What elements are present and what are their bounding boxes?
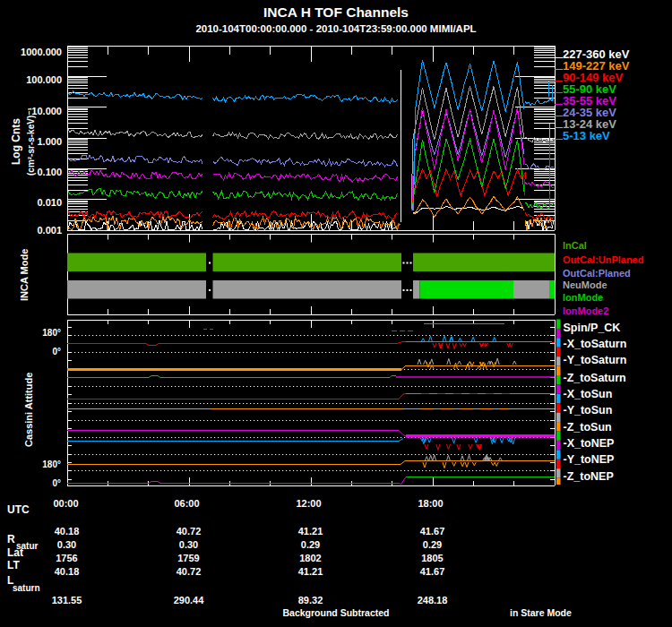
svg-text:in Stare Mode: in Stare Mode [510, 607, 572, 618]
svg-text:(cm²-sr-s-keV)⁻¹: (cm²-sr-s-keV)⁻¹ [26, 107, 36, 176]
svg-text:1802: 1802 [299, 553, 321, 563]
svg-text:IonMode: IonMode [563, 292, 603, 303]
svg-text:0.30: 0.30 [57, 539, 76, 550]
svg-text:OutCal:Planed: OutCal:Planed [563, 268, 631, 279]
svg-text:40.72: 40.72 [177, 526, 202, 537]
svg-text:41.21: 41.21 [298, 526, 323, 537]
svg-text:131.55: 131.55 [52, 595, 82, 606]
svg-text:40.72: 40.72 [177, 566, 202, 577]
svg-text:41.67: 41.67 [420, 566, 445, 577]
svg-text:-Z_toNEP: -Z_toNEP [564, 470, 614, 483]
svg-text:0.010: 0.010 [37, 197, 62, 208]
svg-text:100.000: 100.000 [26, 74, 62, 85]
svg-text:0.001: 0.001 [37, 225, 62, 236]
svg-text:1000.000: 1000.000 [21, 47, 62, 57]
svg-text:18:00: 18:00 [418, 498, 443, 509]
svg-text:-Y_toNEP: -Y_toNEP [564, 453, 615, 466]
svg-text:10.000: 10.000 [31, 106, 62, 116]
svg-text:40.18: 40.18 [55, 526, 80, 537]
svg-text:41.21: 41.21 [298, 566, 323, 577]
svg-text:Background Subtracted: Background Subtracted [282, 607, 389, 618]
svg-text:-Y_toSaturn: -Y_toSaturn [564, 354, 627, 366]
svg-text:IonMode2: IonMode2 [563, 305, 608, 316]
svg-text:0.100: 0.100 [37, 167, 62, 177]
svg-text:89.32: 89.32 [298, 595, 323, 606]
svg-text:00:00: 00:00 [53, 498, 78, 509]
svg-text:06:00: 06:00 [174, 498, 199, 509]
svg-text:INCA H TOF Channels: INCA H TOF Channels [263, 4, 409, 20]
svg-text:OutCal:UnPlaned: OutCal:UnPlaned [563, 254, 643, 265]
svg-text:saturn: saturn [13, 583, 40, 593]
svg-text:Lat: Lat [7, 546, 23, 559]
svg-text:LT: LT [7, 559, 20, 571]
svg-text:-X_toNEP: -X_toNEP [564, 437, 615, 450]
svg-text:0.29: 0.29 [301, 539, 320, 550]
svg-text:0°: 0° [52, 478, 61, 488]
svg-text:-X_toSaturn: -X_toSaturn [564, 338, 627, 350]
svg-text:2010-104T00:00:00.000 - 2010-1: 2010-104T00:00:00.000 - 2010-104T23:59:0… [195, 23, 476, 34]
svg-text:-Z_toSaturn: -Z_toSaturn [564, 372, 626, 384]
svg-text:INCA Mode: INCA Mode [19, 249, 30, 301]
svg-text:Spin/P_CK: Spin/P_CK [564, 322, 621, 334]
svg-text:0°: 0° [52, 347, 61, 356]
svg-text:R: R [7, 533, 15, 545]
svg-text:180°: 180° [42, 460, 61, 469]
svg-text:1.000: 1.000 [37, 136, 62, 147]
svg-text:Log Cnts: Log Cnts [10, 118, 22, 165]
svg-text:248.18: 248.18 [418, 595, 448, 606]
svg-text:0.29: 0.29 [423, 539, 442, 550]
svg-text:Cassini Attitude: Cassini Attitude [23, 373, 34, 447]
svg-text:40.18: 40.18 [55, 566, 80, 577]
svg-text:UTC: UTC [7, 503, 30, 516]
svg-text:-X_toSun: -X_toSun [564, 388, 613, 400]
svg-text:NeuMode: NeuMode [563, 279, 607, 290]
svg-text:1756: 1756 [56, 553, 77, 563]
svg-text:290.44: 290.44 [174, 595, 205, 606]
svg-text:InCal: InCal [563, 240, 587, 251]
svg-text:12:00: 12:00 [296, 498, 321, 509]
svg-text:-Z_toSun: -Z_toSun [564, 421, 612, 434]
svg-text:0.30: 0.30 [179, 539, 198, 550]
svg-text:1759: 1759 [177, 553, 199, 563]
svg-text:180°: 180° [42, 328, 61, 338]
svg-text:-Y_toSun: -Y_toSun [564, 404, 613, 417]
svg-text:5-13 keV: 5-13 keV [563, 129, 610, 142]
svg-text:1805: 1805 [421, 553, 443, 563]
svg-text:41.67: 41.67 [420, 526, 445, 537]
